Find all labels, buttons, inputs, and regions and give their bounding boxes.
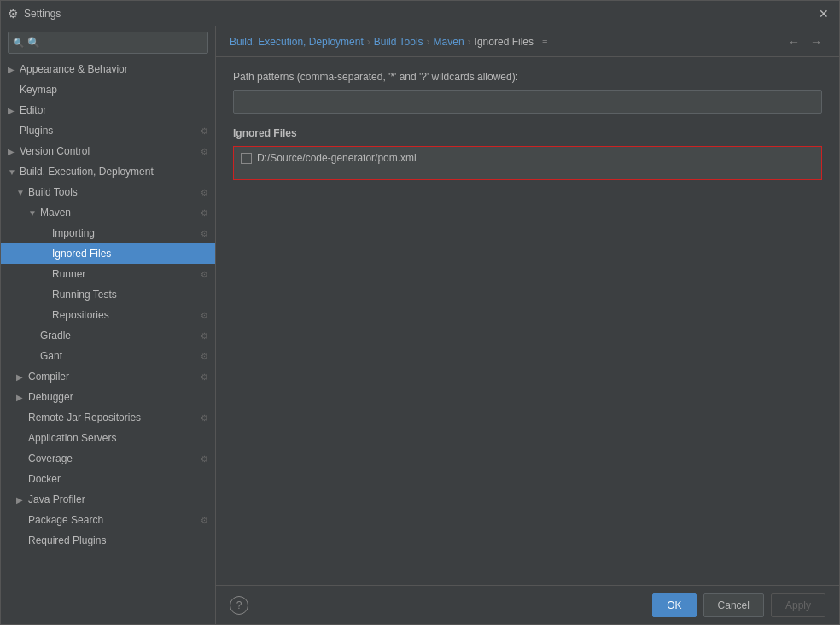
help-label: ? xyxy=(236,599,242,611)
gear-icon-plugins: ⚙ xyxy=(201,126,208,136)
sidebar-item-java-profiler[interactable]: ▶Java Profiler xyxy=(1,489,215,510)
expand-arrow-maven: ▼ xyxy=(28,208,37,218)
sidebar-item-label-plugins: Plugins xyxy=(20,125,53,137)
close-button[interactable]: ✕ xyxy=(815,5,832,22)
sidebar-item-runner[interactable]: Runner⚙ xyxy=(1,264,215,284)
expand-arrow-editor: ▶ xyxy=(8,106,16,115)
breadcrumb-part-1[interactable]: Build Tools xyxy=(374,36,423,48)
breadcrumb-sep-0: › xyxy=(367,36,370,48)
gear-icon-repositories: ⚙ xyxy=(201,311,208,320)
sidebar-item-label-remote-jar: Remote Jar Repositories xyxy=(28,412,141,423)
sidebar-item-repositories[interactable]: Repositories⚙ xyxy=(1,305,215,325)
sidebar-item-label-repositories: Repositories xyxy=(52,309,109,321)
sidebar-item-label-docker: Docker xyxy=(28,473,61,485)
sidebar-item-required-plugins[interactable]: Required Plugins xyxy=(1,530,215,551)
breadcrumb-nav: ← → xyxy=(785,33,825,50)
expand-arrow-build-exec-deploy: ▼ xyxy=(8,167,16,177)
expand-arrow-debugger: ▶ xyxy=(16,393,25,402)
sidebar-item-label-version-control: Version Control xyxy=(20,145,90,157)
expand-arrow-java-profiler: ▶ xyxy=(16,495,25,505)
sidebar-item-label-keymap: Keymap xyxy=(20,84,57,96)
sidebar-item-label-runner: Runner xyxy=(52,268,85,280)
path-patterns-input[interactable] xyxy=(233,90,822,114)
sidebar-item-remote-jar[interactable]: Remote Jar Repositories⚙ xyxy=(1,407,215,428)
cancel-button[interactable]: Cancel xyxy=(703,593,764,617)
path-patterns-label: Path patterns (comma-separated, '*' and … xyxy=(233,71,822,83)
search-input[interactable] xyxy=(8,32,208,54)
expand-arrow-build-tools: ▼ xyxy=(16,188,25,197)
sidebar-item-debugger[interactable]: ▶Debugger xyxy=(1,387,215,407)
sidebar-item-app-servers[interactable]: Application Servers xyxy=(1,428,215,448)
gear-icon-runner: ⚙ xyxy=(201,270,208,279)
sidebar-item-keymap[interactable]: Keymap xyxy=(1,79,215,100)
sidebar-item-label-package-search: Package Search xyxy=(28,514,103,526)
sidebar-item-label-maven: Maven xyxy=(40,207,71,219)
breadcrumb-settings-icon: ≡ xyxy=(542,37,547,47)
gear-icon-remote-jar: ⚙ xyxy=(201,413,208,423)
sidebar-item-label-ignored-files: Ignored Files xyxy=(52,248,111,260)
gear-icon-build-tools: ⚙ xyxy=(201,188,208,197)
forward-button[interactable]: → xyxy=(807,33,825,50)
expand-arrow-appearance: ▶ xyxy=(8,65,16,74)
gear-icon-maven: ⚙ xyxy=(201,208,208,218)
breadcrumb-part-3: Ignored Files xyxy=(475,36,534,48)
ignored-file-checkbox-0[interactable] xyxy=(241,153,252,164)
sidebar-item-label-editor: Editor xyxy=(20,104,46,116)
sidebar-item-label-coverage: Coverage xyxy=(28,453,73,464)
ok-button[interactable]: OK xyxy=(652,593,696,617)
sidebar-item-coverage[interactable]: Coverage⚙ xyxy=(1,448,215,469)
sidebar-item-label-appearance: Appearance & Behavior xyxy=(20,63,128,75)
back-button[interactable]: ← xyxy=(785,33,803,50)
main-panel: Build, Execution, Deployment › Build Too… xyxy=(216,26,839,624)
sidebar-item-appearance[interactable]: ▶Appearance & Behavior xyxy=(1,59,215,79)
window-title: Settings xyxy=(24,8,810,20)
sidebar-item-ignored-files[interactable]: Ignored Files xyxy=(1,243,215,264)
gear-icon-importing: ⚙ xyxy=(201,229,208,238)
sidebar-item-label-gradle: Gradle xyxy=(40,330,71,342)
gear-icon-package-search: ⚙ xyxy=(201,516,208,525)
sidebar-item-gant[interactable]: Gant⚙ xyxy=(1,346,215,366)
ignored-files-title: Ignored Files xyxy=(233,127,822,139)
search-container: 🔍 xyxy=(8,32,208,54)
sidebar-item-label-gant: Gant xyxy=(40,350,62,362)
sidebar-item-maven[interactable]: ▼Maven⚙ xyxy=(1,202,215,223)
breadcrumb-sep-2: › xyxy=(468,36,471,48)
sidebar-item-label-build-tools: Build Tools xyxy=(28,186,78,198)
gear-icon-coverage: ⚙ xyxy=(201,454,208,464)
sidebar-item-compiler[interactable]: ▶Compiler⚙ xyxy=(1,366,215,387)
window-icon: ⚙ xyxy=(8,7,19,20)
footer-right: OK Cancel Apply xyxy=(652,593,825,617)
sidebar-item-importing[interactable]: Importing⚙ xyxy=(1,223,215,243)
gear-icon-gant: ⚙ xyxy=(201,352,208,361)
sidebar-item-label-debugger: Debugger xyxy=(28,391,73,403)
sidebar-item-label-java-profiler: Java Profiler xyxy=(28,494,85,505)
sidebar-item-label-running-tests: Running Tests xyxy=(52,289,117,301)
breadcrumb-sep-1: › xyxy=(427,36,430,48)
breadcrumb-part-0[interactable]: Build, Execution, Deployment xyxy=(230,36,364,48)
breadcrumb-part-2[interactable]: Maven xyxy=(434,36,464,48)
footer: ? OK Cancel Apply xyxy=(216,585,839,624)
sidebar-item-gradle[interactable]: Gradle⚙ xyxy=(1,325,215,346)
help-button[interactable]: ? xyxy=(230,596,248,615)
sidebar: 🔍 ▶Appearance & BehaviorKeymap▶EditorPlu… xyxy=(1,26,216,624)
gear-icon-compiler: ⚙ xyxy=(201,372,208,382)
sidebar-item-docker[interactable]: Docker xyxy=(1,469,215,489)
sidebar-item-label-compiler: Compiler xyxy=(28,371,69,383)
expand-arrow-compiler: ▶ xyxy=(16,372,25,382)
expand-arrow-version-control: ▶ xyxy=(8,147,16,156)
apply-button[interactable]: Apply xyxy=(771,593,825,617)
sidebar-item-running-tests[interactable]: Running Tests xyxy=(1,284,215,305)
sidebar-item-package-search[interactable]: Package Search⚙ xyxy=(1,510,215,530)
breadcrumb: Build, Execution, Deployment › Build Too… xyxy=(216,26,839,57)
gear-icon-gradle: ⚙ xyxy=(201,331,208,341)
sidebar-item-build-exec-deploy[interactable]: ▼Build, Execution, Deployment xyxy=(1,161,215,182)
title-bar: ⚙ Settings ✕ xyxy=(1,1,839,26)
sidebar-item-label-build-exec-deploy: Build, Execution, Deployment xyxy=(20,166,154,178)
sidebar-item-version-control[interactable]: ▶Version Control⚙ xyxy=(1,141,215,161)
ignored-file-path-0: D:/Source/code-generator/pom.xml xyxy=(257,152,417,164)
gear-icon-version-control: ⚙ xyxy=(201,147,208,156)
sidebar-item-editor[interactable]: ▶Editor xyxy=(1,100,215,120)
sidebar-item-plugins[interactable]: Plugins⚙ xyxy=(1,120,215,141)
sidebar-item-label-app-servers: Application Servers xyxy=(28,432,116,444)
sidebar-item-build-tools[interactable]: ▼Build Tools⚙ xyxy=(1,182,215,202)
